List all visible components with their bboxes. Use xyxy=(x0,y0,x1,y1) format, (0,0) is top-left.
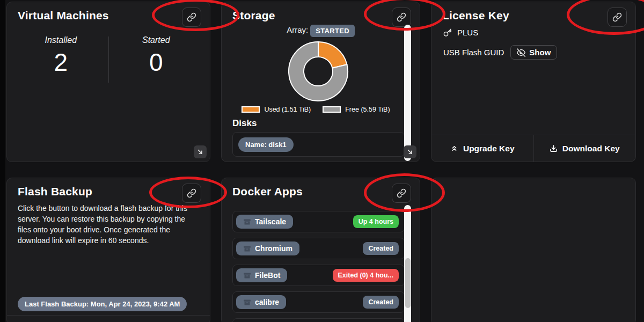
last-flash-backup-badge: Last Flash Backup: Mon, Apr 24, 2023, 9:… xyxy=(18,297,187,311)
disk-name-pill: Name: disk1 xyxy=(238,137,294,152)
vm-installed-stat: Installed 2 xyxy=(13,35,108,83)
link-icon xyxy=(187,188,196,198)
docker-app-name-pill: FileBot xyxy=(236,268,287,282)
docker-app-row[interactable]: calibre Created xyxy=(232,291,405,313)
link-icon xyxy=(612,12,622,22)
docker-apps-card: Docker Apps Tailscale Up 4 hours Chromiu… xyxy=(221,178,420,322)
license-tier-label: PLUS xyxy=(457,28,478,37)
storage-donut-chart xyxy=(288,41,349,102)
storage-card: Storage Array: STARTED Used (1.51 TiB) F… xyxy=(221,2,420,162)
docker-app-list: Tailscale Up 4 hours Chromium Created Fi… xyxy=(232,211,405,318)
license-tier-row: PLUS xyxy=(443,28,478,37)
vm-started-label: Started xyxy=(109,35,204,45)
dashboard: Virtual Machines Installed 2 Started 0 S… xyxy=(0,0,644,322)
vm-started-value: 0 xyxy=(109,49,204,75)
flash-backup-card: Flash Backup Click the button to downloa… xyxy=(6,178,210,322)
vm-installed-value: 2 xyxy=(13,49,108,75)
vm-installed-label: Installed xyxy=(13,35,108,45)
guid-label: USB Flash GUID xyxy=(443,48,504,57)
docker-app-name-pill: Tailscale xyxy=(236,215,293,229)
docker-app-status-badge: Up 4 hours xyxy=(353,215,399,228)
license-footer: Upgrade Key Download Key xyxy=(431,135,635,162)
flash-footer-divider xyxy=(7,315,210,316)
disks-heading: Disks xyxy=(232,118,257,129)
page-left-edge xyxy=(0,0,5,322)
container-box-icon xyxy=(243,245,251,253)
storage-title: Storage xyxy=(232,8,275,24)
chevrons-up-icon xyxy=(450,144,458,152)
docker-app-name-pill: Chromium xyxy=(236,241,299,255)
download-icon xyxy=(550,144,558,152)
virtual-machines-card: Virtual Machines Installed 2 Started 0 xyxy=(6,2,210,162)
virtual-machines-title: Virtual Machines xyxy=(18,8,109,24)
docker-app-status-badge: Created xyxy=(363,296,399,309)
docker-app-status-badge: Created xyxy=(363,242,399,255)
docker-app-name: FileBot xyxy=(255,271,280,280)
show-guid-button[interactable]: Show xyxy=(510,45,557,60)
eye-off-icon xyxy=(517,48,525,57)
array-status-badge: STARTED xyxy=(310,25,355,37)
storage-link-button[interactable] xyxy=(392,8,411,27)
docker-scrollbar-thumb[interactable] xyxy=(405,258,411,308)
docker-app-row[interactable]: Tailscale Up 4 hours xyxy=(232,211,405,232)
legend-swatch-used xyxy=(241,106,260,113)
legend-label-free: Free (5.59 TiB) xyxy=(345,106,390,113)
empty-card xyxy=(431,178,636,322)
key-icon xyxy=(443,28,452,37)
storage-chart-legend: Used (1.51 TiB) Free (5.59 TiB) xyxy=(222,106,410,113)
storage-scrollbar[interactable] xyxy=(404,25,411,161)
license-key-title: License Key xyxy=(442,8,509,24)
flash-backup-title: Flash Backup xyxy=(18,184,92,200)
license-guid-row: USB Flash GUID Show xyxy=(443,45,557,60)
container-box-icon xyxy=(243,218,251,226)
docker-app-name-pill: calibre xyxy=(236,295,286,309)
docker-scrollbar[interactable] xyxy=(404,205,411,322)
docker-app-row[interactable]: Chromium Created xyxy=(232,238,405,259)
docker-link-button[interactable] xyxy=(392,184,411,203)
docker-app-row-partial[interactable] xyxy=(232,318,405,322)
vm-started-stat: Started 0 xyxy=(109,35,204,83)
vm-resize-handle[interactable] xyxy=(194,145,207,158)
docker-app-name: calibre xyxy=(255,298,279,306)
upgrade-key-label: Upgrade Key xyxy=(463,144,515,153)
license-key-card: License Key PLUS USB Flash GUID Show Upg… xyxy=(431,2,636,162)
virtual-machines-link-button[interactable] xyxy=(182,8,201,27)
upgrade-key-button[interactable]: Upgrade Key xyxy=(431,135,533,162)
flash-backup-link-button[interactable] xyxy=(182,184,201,203)
flash-backup-description: Click the button to download a flash bac… xyxy=(18,203,199,246)
container-box-icon xyxy=(243,298,251,306)
storage-resize-handle[interactable] xyxy=(404,145,416,158)
resize-arrow-icon xyxy=(196,148,204,156)
docker-app-status-badge: Exited (0) 4 hou... xyxy=(333,269,399,282)
disk-row[interactable]: Name: disk1 xyxy=(232,132,405,157)
link-icon xyxy=(397,188,406,198)
show-button-label: Show xyxy=(529,48,551,57)
link-icon xyxy=(187,12,196,22)
link-icon xyxy=(397,12,406,22)
container-box-icon xyxy=(243,272,251,280)
resize-arrow-icon xyxy=(406,148,414,156)
download-key-button[interactable]: Download Key xyxy=(533,135,636,162)
legend-swatch-free xyxy=(323,106,341,113)
array-label: Array: xyxy=(287,25,308,34)
docker-app-name: Chromium xyxy=(255,244,292,253)
docker-apps-title: Docker Apps xyxy=(232,184,303,200)
license-link-button[interactable] xyxy=(608,8,627,27)
docker-app-row[interactable]: FileBot Exited (0) 4 hou... xyxy=(232,265,405,286)
download-key-label: Download Key xyxy=(562,144,620,153)
docker-app-name: Tailscale xyxy=(255,217,286,226)
array-status-row: Array: STARTED xyxy=(222,25,420,37)
legend-label-used: Used (1.51 TiB) xyxy=(264,106,311,113)
